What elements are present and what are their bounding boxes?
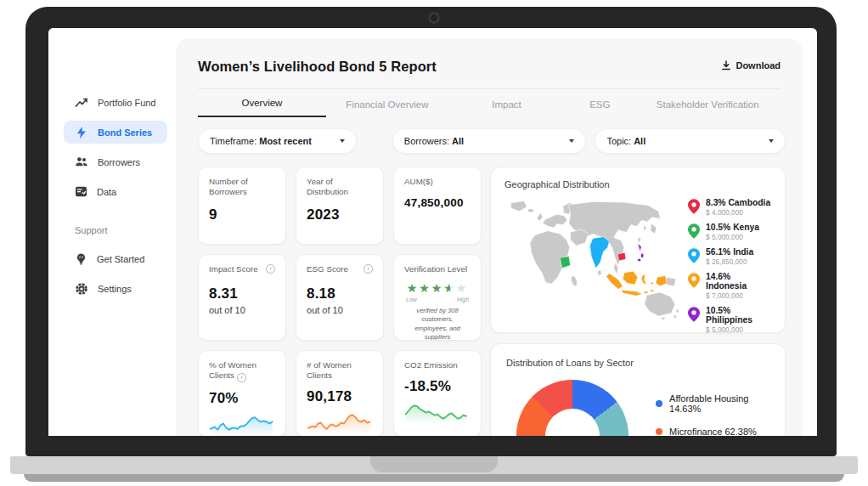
high-label: High	[457, 297, 469, 302]
geo-pct: 10.5%	[706, 306, 730, 315]
stat-value: -18.5%	[404, 378, 471, 395]
tab-esg[interactable]: ESG	[565, 89, 634, 117]
geo-country: Kenya	[733, 223, 759, 232]
borrowers-dropdown[interactable]: Borrowers:All	[392, 128, 587, 154]
map-country-indonesia	[622, 290, 643, 296]
stat-card-women-pct: % of Women Clientsi 70%	[198, 350, 286, 436]
low-label: Low	[406, 297, 417, 302]
map-country-india	[590, 237, 610, 268]
stat-card-women-count: # of Women Clients 90,178	[296, 350, 384, 436]
laptop-camera	[428, 12, 440, 24]
info-icon[interactable]: i	[364, 264, 373, 274]
sidebar-item-bond-series[interactable]: Bond Series	[64, 121, 167, 144]
stat-card-co2: CO2 Emission -18.5%	[393, 350, 482, 436]
sidebar-item-portfolio-fund[interactable]: Portfolio Fund	[64, 91, 167, 114]
star-rating-icon: ★★★★★★★★★★	[407, 282, 469, 294]
page-title: Women’s Livelihood Bond 5 Report	[198, 59, 437, 75]
stat-label: CO2 Emission	[404, 360, 471, 370]
map-pin-icon	[688, 307, 700, 322]
map-country-indonesia	[641, 274, 646, 285]
geo-pct: 56.1%	[706, 247, 730, 257]
geo-amount: $ 4,000,000	[706, 208, 770, 217]
chevron-down-icon	[340, 139, 345, 143]
laptop-base-edge	[24, 474, 844, 482]
map-pin-icon	[688, 248, 700, 263]
filter-bar: Timeframe:Most recent Borrowers:All Topi…	[198, 128, 786, 154]
stat-value: 2023	[307, 206, 373, 223]
sparkline-blue	[209, 410, 275, 436]
sidebar-item-label: Settings	[98, 284, 132, 294]
geo-legend-item: 10.5% Philippines $ 5,000,000	[688, 306, 773, 334]
map-country-philippines	[638, 244, 641, 252]
loan-pct: 14.63%	[669, 404, 701, 414]
sidebar: Portfolio Fund Bond Series Borrowers	[48, 28, 176, 436]
stat-label: ESG Score	[307, 264, 348, 274]
verification-stars: ★★★★★★★★★★ Low High	[404, 280, 471, 302]
stat-label: Impact Score	[209, 264, 258, 274]
info-icon[interactable]: i	[237, 373, 246, 382]
sidebar-item-get-started[interactable]: Get Started	[64, 247, 167, 270]
gear-icon	[75, 282, 88, 296]
main-panel: Women’s Livelihood Bond 5 Report Downloa…	[176, 38, 803, 436]
geo-country: Indonesia	[706, 281, 747, 291]
sidebar-item-settings[interactable]: Settings	[64, 277, 167, 300]
download-label: Download	[736, 60, 781, 71]
report-header: Women’s Livelihood Bond 5 Report Downloa…	[176, 38, 803, 75]
geo-legend-item: 14.6% Indonesia $ 7,000,000	[688, 272, 773, 300]
stat-label: % of Women Clients	[209, 360, 256, 380]
loans-legend-item: Affordable Housing 14.63%	[656, 393, 769, 414]
stat-label: Year of Distribution	[307, 177, 373, 197]
geo-country: Philippines	[706, 315, 752, 325]
stat-label: Verification Level	[404, 264, 471, 274]
stats-grid: Number of Borrowers 9 Year of Distributi…	[198, 167, 482, 436]
stat-card-year: Year of Distribution 2023	[296, 167, 384, 245]
topic-dropdown[interactable]: Topic:All	[595, 128, 786, 154]
geo-card-title: Geographical Distribution	[504, 179, 773, 189]
tab-stakeholder-verification[interactable]: Stakeholder Verification	[634, 89, 781, 117]
download-button[interactable]: Download	[721, 60, 781, 71]
map-country-indonesia	[651, 282, 654, 284]
stat-sub: out of 10	[307, 305, 373, 315]
world-map	[504, 196, 681, 324]
map-country-indonesia	[606, 274, 623, 290]
page: Portfolio Fund Bond Series Borrowers	[0, 0, 868, 486]
timeframe-dropdown[interactable]: Timeframe:Most recent	[198, 128, 357, 154]
map-pin-icon	[688, 273, 700, 288]
map-country-indonesia	[644, 291, 648, 293]
legend-dot	[656, 428, 662, 435]
stat-value: 8.31	[209, 285, 275, 302]
geo-amount: $ 26,850,000	[706, 257, 753, 266]
tab-overview[interactable]: Overview	[198, 89, 326, 117]
map-pin-icon	[688, 223, 700, 239]
laptop-screen: Portfolio Fund Bond Series Borrowers	[48, 28, 817, 436]
loans-legend: Affordable Housing 14.63% Microfinance 6…	[656, 368, 769, 436]
verification-caption: verified by 308 customers, employees, an…	[404, 307, 471, 341]
filter-value: All	[452, 136, 464, 146]
geo-amount: $ 5,000,000	[706, 233, 759, 241]
chevron-down-icon	[769, 139, 774, 143]
laptop-base-notch	[370, 456, 498, 472]
sidebar-item-label: Portfolio Fund	[98, 98, 155, 108]
sidebar-item-data[interactable]: Data	[64, 180, 167, 203]
loan-label: Affordable Housing	[669, 393, 748, 404]
info-icon[interactable]: i	[266, 264, 275, 274]
tab-impact[interactable]: Impact	[448, 89, 565, 117]
stat-label: AUM($)	[404, 177, 471, 187]
geo-pct: 14.6%	[706, 272, 730, 281]
sidebar-support-heading: Support	[75, 225, 176, 235]
filter-prefix: Borrowers:	[404, 136, 449, 146]
tab-financial-overview[interactable]: Financial Overview	[326, 89, 448, 117]
stat-value: 90,178	[307, 388, 373, 405]
loans-card-title: Distribution of Loans by Sector	[506, 358, 769, 368]
stat-value: 70%	[209, 390, 275, 407]
map-country-cambodia	[617, 252, 626, 261]
sidebar-item-borrowers[interactable]: Borrowers	[64, 150, 167, 173]
lightbulb-icon	[75, 252, 87, 266]
geo-pct: 10.5%	[706, 223, 730, 232]
stat-card-impact-score: Impact Score i 8.31 out of 10	[198, 254, 286, 341]
geo-legend-item: 10.5% Kenya $ 5,000,000	[688, 223, 773, 241]
geo-amount: $ 7,000,000	[706, 291, 773, 300]
stat-sub: out of 10	[209, 305, 275, 315]
tab-bar: Overview Financial Overview Impact ESG S…	[176, 89, 803, 117]
sparkline-orange	[307, 409, 373, 435]
